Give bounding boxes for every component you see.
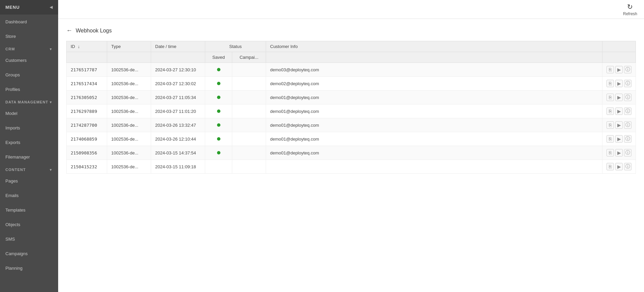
info-icon[interactable]: ⓘ (624, 121, 631, 129)
cell-id: 2174287700 (67, 118, 107, 132)
data-management-section: DATA MANAGEMENT ▼ (0, 97, 58, 106)
cell-actions: ⎘▶ⓘ (602, 132, 636, 146)
cell-saved (205, 63, 232, 77)
cell-type: 1002536-de... (107, 160, 151, 174)
cell-campaign (232, 91, 266, 104)
status-dot-saved (217, 110, 220, 113)
cell-id: 2150908356 (67, 146, 107, 160)
content-chevron[interactable]: ▼ (49, 168, 53, 172)
cell-campaign (232, 118, 266, 132)
collapse-icon[interactable]: ◀ (50, 5, 53, 9)
table-row: 21740688591002536-de...2024-03-26 12:10:… (67, 132, 636, 146)
action-icons-group: ⎘▶ⓘ (606, 80, 631, 87)
copy-icon[interactable]: ⎘ (606, 149, 614, 156)
main-content: ↻ Refresh ← Webhook Logs ID ↓ Type Date … (58, 0, 644, 292)
sidebar-item-pages[interactable]: Pages (0, 174, 58, 188)
sidebar-header: MENU ◀ (0, 0, 58, 15)
col-header-type[interactable]: Type (107, 41, 151, 52)
sidebar-item-planning[interactable]: Planning (0, 261, 58, 275)
copy-icon[interactable]: ⎘ (606, 163, 614, 170)
col-subheader-saved: Saved (205, 52, 232, 63)
play-icon[interactable]: ▶ (615, 66, 623, 73)
sidebar-item-dashboard[interactable]: Dashboard (0, 15, 58, 29)
col-subheader-campaign: Campai... (232, 52, 266, 63)
table-body: 21765177871002536-de...2024-03-27 12:30:… (67, 63, 636, 174)
sidebar-item-groups[interactable]: Groups (0, 68, 58, 82)
info-icon[interactable]: ⓘ (624, 80, 631, 87)
play-icon[interactable]: ▶ (615, 163, 623, 170)
col-header-date[interactable]: Date / time (151, 41, 205, 52)
col-subheader-date (151, 52, 205, 63)
sidebar-item-templates[interactable]: Templates (0, 203, 58, 217)
info-icon[interactable]: ⓘ (624, 66, 631, 73)
cell-date: 2024-03-27 11:05:34 (151, 91, 205, 104)
sidebar-item-sms[interactable]: SMS (0, 232, 58, 246)
crm-chevron[interactable]: ▼ (49, 47, 53, 51)
menu-label: MENU (5, 5, 20, 10)
cell-customer: demo01@deployteq.com (266, 146, 602, 160)
cell-id: 2176517787 (67, 63, 107, 77)
sidebar-item-exports[interactable]: Exports (0, 135, 58, 150)
col-header-customer: Customer Info (266, 41, 602, 52)
copy-icon[interactable]: ⎘ (606, 135, 614, 143)
table-row: 21742877001002536-de...2024-03-26 13:32:… (67, 118, 636, 132)
info-icon[interactable]: ⓘ (624, 94, 631, 101)
cell-customer: demo03@deployteq.com (266, 63, 602, 77)
action-icons-group: ⎘▶ⓘ (606, 121, 631, 129)
status-dot-saved (217, 68, 220, 71)
back-button[interactable]: ← (66, 27, 72, 34)
play-icon[interactable]: ▶ (615, 80, 623, 87)
cell-type: 1002536-de... (107, 118, 151, 132)
col-header-id[interactable]: ID ↓ (67, 41, 107, 52)
sort-icon: ↓ (78, 44, 80, 49)
cell-actions: ⎘▶ⓘ (602, 77, 636, 91)
sidebar-item-profiles[interactable]: Profiles (0, 82, 58, 97)
cell-campaign (232, 160, 266, 174)
play-icon[interactable]: ▶ (615, 149, 623, 156)
sidebar: MENU ◀ Dashboard Store CRM ▼ Customers G… (0, 0, 58, 292)
copy-icon[interactable]: ⎘ (606, 80, 614, 87)
col-header-actions (602, 41, 636, 52)
play-icon[interactable]: ▶ (615, 135, 623, 143)
cell-id: 2176305052 (67, 91, 107, 104)
sidebar-item-imports[interactable]: Imports (0, 121, 58, 135)
copy-icon[interactable]: ⎘ (606, 66, 614, 73)
table-row: 21763050521002536-de...2024-03-27 11:05:… (67, 91, 636, 104)
data-mgmt-chevron[interactable]: ▼ (49, 100, 53, 104)
copy-icon[interactable]: ⎘ (606, 107, 614, 115)
sidebar-item-filemanager[interactable]: Filemanager (0, 150, 58, 164)
page-header: ← Webhook Logs (66, 27, 636, 34)
cell-date: 2024-03-26 13:32:47 (151, 118, 205, 132)
cell-saved (205, 160, 232, 174)
cell-customer: demo02@deployteq.com (266, 77, 602, 91)
status-dot-saved (217, 96, 220, 99)
info-icon[interactable]: ⓘ (624, 163, 631, 170)
table-row: 21762978891002536-de...2024-03-27 11:01:… (67, 104, 636, 118)
refresh-button[interactable]: ↻ Refresh (623, 3, 637, 16)
cell-saved (205, 118, 232, 132)
sidebar-item-objects[interactable]: Objects (0, 217, 58, 232)
sidebar-item-store[interactable]: Store (0, 29, 58, 44)
sidebar-item-customers[interactable]: Customers (0, 53, 58, 68)
cell-type: 1002536-de... (107, 146, 151, 160)
copy-icon[interactable]: ⎘ (606, 94, 614, 101)
copy-icon[interactable]: ⎘ (606, 121, 614, 129)
info-icon[interactable]: ⓘ (624, 135, 631, 143)
info-icon[interactable]: ⓘ (624, 107, 631, 115)
sidebar-item-emails[interactable]: Emails (0, 188, 58, 203)
sidebar-item-model[interactable]: Model (0, 106, 58, 121)
cell-actions: ⎘▶ⓘ (602, 146, 636, 160)
sidebar-item-campaigns[interactable]: Campaigns (0, 246, 58, 261)
cell-campaign (232, 132, 266, 146)
cell-date: 2024-03-27 12:30:10 (151, 63, 205, 77)
crm-section: CRM ▼ (0, 44, 58, 53)
play-icon[interactable]: ▶ (615, 121, 623, 129)
play-icon[interactable]: ▶ (615, 107, 623, 115)
cell-actions: ⎘▶ⓘ (602, 91, 636, 104)
action-icons-group: ⎘▶ⓘ (606, 66, 631, 73)
cell-type: 1002536-de... (107, 104, 151, 118)
info-icon[interactable]: ⓘ (624, 149, 631, 156)
play-icon[interactable]: ▶ (615, 94, 623, 101)
status-dot-saved (217, 137, 220, 141)
action-icons-group: ⎘▶ⓘ (606, 135, 631, 143)
